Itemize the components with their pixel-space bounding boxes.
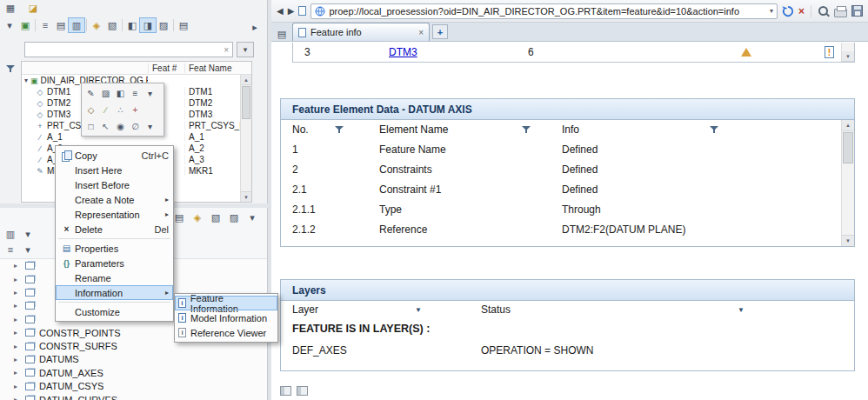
tree-columns-icon[interactable]: ▤: [53, 18, 69, 32]
layer-model-icon[interactable]: ▥: [3, 227, 18, 241]
tree-search-input[interactable]: [29, 44, 224, 55]
scroll-thumb[interactable]: [843, 132, 853, 163]
back-button[interactable]: ◀: [277, 6, 284, 16]
stop-button[interactable]: ×: [798, 5, 805, 17]
tree-filter-funnel-icon[interactable]: [6, 64, 15, 73]
menu-item-copy[interactable]: Copy Ctrl+C: [56, 148, 173, 163]
filter-funnel-icon[interactable]: [522, 125, 531, 134]
scroll-up-icon[interactable]: ▲: [241, 75, 251, 85]
search-options-button[interactable]: ▾: [237, 42, 254, 57]
display-style-icon[interactable]: ◧: [113, 86, 128, 101]
collapse-all-icon[interactable]: ◧: [124, 18, 140, 32]
layers-show-icon[interactable]: ≡: [3, 243, 18, 257]
chevron-right-icon[interactable]: ▸: [14, 329, 21, 337]
feature-name-link[interactable]: DTM3: [389, 46, 417, 58]
tree-settings-icon[interactable]: ◈: [89, 18, 104, 32]
datum-plane-toggle-icon[interactable]: ◇: [83, 103, 98, 117]
search-clear-icon[interactable]: ×: [224, 45, 229, 55]
appearance-icon[interactable]: ▨: [98, 86, 113, 101]
pointer-icon[interactable]: ↖: [98, 119, 113, 134]
filter-dropdown-icon[interactable]: ▼: [415, 306, 422, 314]
menu-item-properties[interactable]: ▤ Properties: [56, 241, 173, 256]
fed-scrollbar[interactable]: ▲ ▼: [841, 120, 854, 246]
layer-row[interactable]: ▸DATUM_CURVES: [0, 393, 267, 400]
layer-row[interactable]: ▸DATUMS: [0, 353, 267, 366]
scroll-down-icon[interactable]: ▼: [842, 235, 854, 246]
panel-pin-icon[interactable]: ▸: [247, 20, 263, 34]
find-icon[interactable]: [818, 5, 830, 17]
tab-feature-info[interactable]: Feature info ×: [292, 23, 430, 41]
show-columns-icon[interactable]: ▨: [156, 18, 171, 32]
dropdown-icon[interactable]: ▾: [20, 227, 36, 241]
menu-item-create-a-note[interactable]: Create a Note ▸: [56, 192, 173, 207]
chevron-right-icon[interactable]: ▸: [14, 356, 21, 363]
list-icon[interactable]: ≡: [128, 86, 143, 101]
menu-item-insert-before[interactable]: Insert Before: [56, 177, 173, 192]
csys-toggle-icon[interactable]: +: [128, 103, 143, 117]
menu-item-information[interactable]: Information ▸: [56, 285, 173, 300]
dropdown-icon[interactable]: ▾: [20, 243, 36, 257]
chevron-right-icon[interactable]: ▸: [14, 343, 21, 350]
show-icon[interactable]: ◉: [113, 119, 128, 134]
refresh-button[interactable]: [782, 5, 794, 17]
feat-number-column-header[interactable]: Feat #: [148, 63, 184, 73]
tree-list-icon[interactable]: ≡: [37, 18, 53, 32]
expand-all-icon[interactable]: ◨: [140, 18, 156, 32]
new-tab-button[interactable]: +: [432, 24, 448, 39]
dropdown-icon[interactable]: ▾: [143, 119, 157, 134]
page-icon[interactable]: [298, 6, 306, 16]
tab-list-icon[interactable]: ▤: [274, 27, 290, 41]
address-dropdown-icon[interactable]: ▾: [770, 7, 773, 15]
datum-axis-toggle-icon[interactable]: ∕: [98, 103, 113, 117]
submenu-item-model-information[interactable]: i Model Information: [175, 310, 277, 325]
model-icon[interactable]: ▣: [17, 18, 33, 32]
scroll-down-icon[interactable]: ▼: [241, 191, 251, 202]
menu-item-insert-here[interactable]: Insert Here: [56, 163, 173, 177]
layer-options-icon[interactable]: ◈: [190, 210, 205, 224]
dropdown-icon[interactable]: ▾: [143, 86, 157, 101]
layer-row[interactable]: ▸DATUM_AXES: [0, 366, 267, 379]
dropdown-icon[interactable]: ▾: [2, 18, 17, 32]
filter-funnel-icon[interactable]: [335, 125, 344, 134]
filter-funnel-icon[interactable]: [710, 125, 718, 134]
hide-icon[interactable]: ∅: [128, 119, 143, 134]
tree-detail-icon[interactable]: ▥: [69, 18, 84, 32]
chevron-right-icon[interactable]: ▸: [14, 396, 21, 400]
select-box-icon[interactable]: □: [83, 119, 98, 134]
toggle-navigator-icon[interactable]: [280, 386, 291, 396]
scroll-thumb[interactable]: [242, 86, 250, 119]
address-url[interactable]: proep://local_proesession?oid=DIN_AIR_DI…: [329, 6, 766, 17]
print-button[interactable]: [834, 9, 847, 17]
chevron-right-icon[interactable]: ▸: [14, 369, 21, 377]
layer-filter-icon[interactable]: ▧: [208, 210, 224, 224]
menu-item-customize[interactable]: Customize: [56, 304, 173, 319]
tree-filter-icon[interactable]: ▧: [104, 18, 120, 32]
expand-icon[interactable]: ▾: [24, 77, 28, 84]
layer-row[interactable]: ▸DATUM_CSYS: [0, 380, 267, 393]
layer-display-icon[interactable]: ▨: [226, 210, 242, 224]
table-scrollbar[interactable]: ▼: [841, 43, 854, 62]
chevron-right-icon[interactable]: ▸: [14, 302, 21, 310]
tab-close-icon[interactable]: ×: [418, 28, 424, 37]
filter-dropdown-icon[interactable]: ▼: [738, 306, 744, 314]
layer-dropdown-icon[interactable]: ▾: [244, 210, 260, 224]
edit-icon[interactable]: ✎: [83, 86, 98, 101]
list-options-icon[interactable]: ▤: [176, 18, 191, 32]
scroll-up-icon[interactable]: ▲: [842, 120, 854, 131]
feat-name-column-header[interactable]: Feat Name: [184, 63, 240, 73]
chevron-right-icon[interactable]: ▸: [14, 276, 21, 283]
forward-button[interactable]: ▶: [288, 6, 295, 16]
save-button[interactable]: [851, 5, 863, 17]
menu-item-parameters[interactable]: {} Parameters: [56, 256, 173, 270]
address-bar[interactable]: proep://local_proesession?oid=DIN_AIR_DI…: [310, 3, 778, 19]
menu-item-rename[interactable]: Rename: [56, 270, 173, 285]
chevron-right-icon[interactable]: ▸: [14, 383, 21, 390]
tree-scrollbar[interactable]: ▲ ▼: [240, 75, 251, 202]
submenu-item-feature-information[interactable]: i Feature Information: [175, 296, 277, 310]
menu-item-delete[interactable]: × Delete Del: [56, 222, 173, 237]
chevron-right-icon[interactable]: ▸: [14, 289, 21, 297]
menu-item-representation[interactable]: Representation ▸: [56, 207, 173, 222]
datum-point-toggle-icon[interactable]: ∴: [113, 103, 128, 117]
chevron-right-icon[interactable]: ▸: [14, 316, 21, 323]
chevron-right-icon[interactable]: ▸: [14, 262, 21, 270]
